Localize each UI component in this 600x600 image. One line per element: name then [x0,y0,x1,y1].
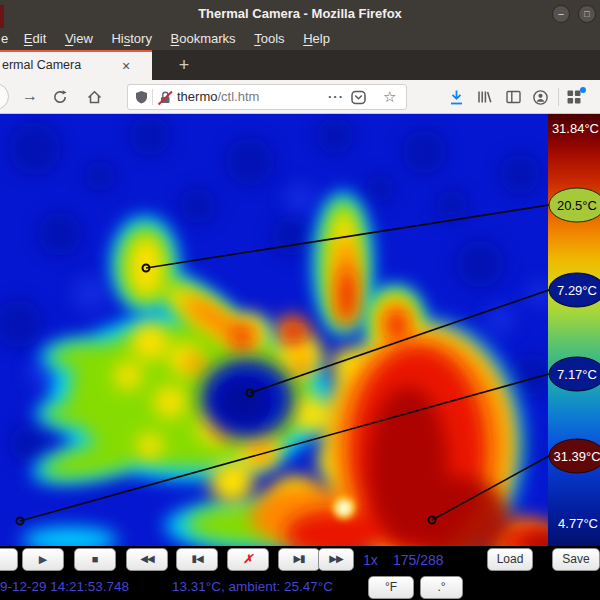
back-button[interactable] [0,83,9,110]
callout-label: 20.5°C [557,198,597,213]
thermal-view: 31.84°C 4.77°C 20.5°C 7.29°C 7.17°C 31.3… [0,114,600,546]
home-icon[interactable] [86,89,103,105]
window-title: Thermal Camera - Mozilla Firefox [0,0,600,28]
fast-forward-button[interactable]: ▶▶ [318,548,354,571]
notification-dot [580,87,586,93]
url-text[interactable]: thermo/ctl.htm [177,85,259,109]
status-bar: 9-12-29 14:21:53.748 13.31°C, ambient: 2… [0,573,600,600]
menu-item-help[interactable]: Help [303,28,330,50]
previous-frame-button[interactable]: ▮◀ [176,548,218,571]
tab-strip: ermal Camera × + [0,50,600,80]
window-titlebar: Thermal Camera - Mozilla Firefox − □ [0,0,600,28]
download-icon[interactable] [448,89,465,106]
callout-3: 7.17°C [17,357,600,525]
callout-1: 20.5°C [143,188,600,272]
tab-thermal-camera[interactable]: ermal Camera × [0,50,152,80]
sidebar-icon[interactable] [505,89,522,105]
playback-controls: ● ▶ ■ ◀◀ ▮◀ ✗ ▶▮ ▶▶ 1x 175/288 Load Save [0,546,600,573]
temperature-reading: 13.31°C, ambient: 25.47°C [172,579,333,594]
navigation-toolbar: → thermo/ctl.htm ··· ☆ [0,80,600,114]
forward-button[interactable]: → [22,80,38,114]
callout-label: 31.39°C [553,449,600,464]
urlbar-divider [152,89,153,105]
menu-item-file-clipped[interactable]: e [1,28,8,50]
load-button[interactable]: Load [487,548,533,571]
play-button[interactable]: ▶ [22,548,64,571]
precision-toggle-button[interactable]: .° [420,576,463,599]
toolbar-divider [558,88,559,106]
url-bar[interactable]: thermo/ctl.htm ··· ☆ [127,84,407,110]
callout-4: 31.39°C [429,439,600,524]
playback-speed: 1x [363,552,378,568]
callout-2: 7.29°C [247,273,600,397]
bookmark-star-icon[interactable]: ☆ [383,85,396,109]
menu-item-edit[interactable]: Edit [24,28,46,50]
menu-item-view[interactable]: View [65,28,93,50]
menu-item-tools[interactable]: Tools [254,28,284,50]
pocket-icon[interactable] [350,89,367,106]
tab-close-icon[interactable]: × [116,56,136,76]
frame-timestamp: 9-12-29 14:21:53.748 [0,579,129,594]
next-frame-button[interactable]: ▶▮ [278,548,320,571]
menubar: e Edit View History Bookmarks Tools Help [0,28,600,50]
measurement-overlay: 20.5°C 7.29°C 7.17°C 31.39°C [0,114,600,546]
minimize-button[interactable]: − [552,5,570,23]
page-actions-icon[interactable]: ··· [328,85,344,108]
save-button[interactable]: Save [552,548,600,571]
callout-label: 7.29°C [557,283,597,298]
menu-item-bookmarks[interactable]: Bookmarks [171,28,236,50]
rewind-button[interactable]: ◀◀ [126,548,168,571]
callout-label: 7.17°C [557,367,597,382]
library-icon[interactable] [476,89,493,105]
account-icon[interactable] [532,89,549,106]
new-tab-button[interactable]: + [172,53,196,77]
shield-icon[interactable] [134,90,149,105]
frame-counter: 175/288 [393,552,444,568]
reload-icon[interactable] [52,89,68,105]
delete-frame-button[interactable]: ✗ [227,548,269,571]
maximize-button[interactable]: □ [578,5,596,23]
menu-item-history[interactable]: History [111,28,151,50]
insecure-lock-icon[interactable] [157,90,173,106]
fahrenheit-toggle-button[interactable]: °F [368,576,414,599]
record-button[interactable]: ● [0,548,18,571]
stop-button[interactable]: ■ [74,548,116,571]
tab-title: ermal Camera [2,58,102,72]
